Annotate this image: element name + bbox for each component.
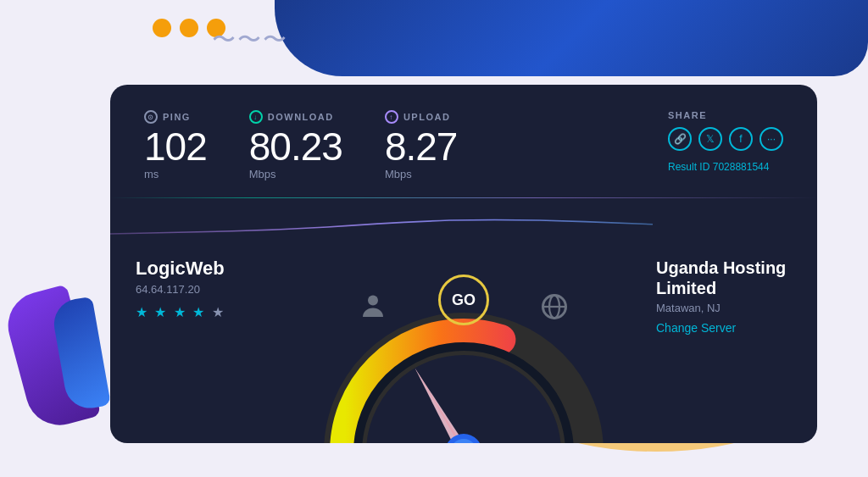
host-location: Matawan, NJ (656, 302, 792, 314)
download-icon: ↓ (249, 110, 263, 124)
ping-value: 102 (144, 127, 207, 166)
share-icons-row: 🔗 𝕏 f ··· (668, 127, 783, 151)
download-unit: Mbps (249, 168, 342, 180)
dot-2 (180, 19, 198, 37)
download-label: ↓ DOWNLOAD (249, 110, 342, 124)
share-more-button[interactable]: ··· (760, 127, 783, 151)
speedtest-card: ⊙ PING 102 ms ↓ DOWNLOAD 80.23 Mbps ↑ UP… (110, 85, 817, 443)
share-label: SHARE (668, 110, 783, 120)
host-name: Uganda Hosting Limited (656, 258, 792, 298)
gauge-container: GO (294, 249, 633, 443)
bottom-section: LogicWeb 64.64.117.20 ★ ★ ★ ★ ★ (110, 241, 817, 443)
upload-label: ↑ UPLOAD (385, 110, 458, 124)
person-icon (358, 291, 388, 322)
upload-stat: ↑ UPLOAD 8.27 Mbps (385, 110, 458, 180)
speed-chart (110, 198, 817, 241)
dot-1 (153, 19, 171, 37)
chart-svg (110, 207, 653, 241)
download-stat: ↓ DOWNLOAD 80.23 Mbps (249, 110, 342, 180)
star-1: ★ (136, 305, 149, 319)
squiggle-decoration: 〜〜〜 (212, 24, 288, 56)
upload-unit: Mbps (385, 168, 458, 180)
globe-icon (539, 291, 570, 322)
upload-value: 8.27 (385, 127, 458, 166)
stats-row: ⊙ PING 102 ms ↓ DOWNLOAD 80.23 Mbps ↑ UP… (144, 110, 783, 180)
ping-icon: ⊙ (144, 110, 158, 124)
svg-marker-14 (410, 365, 472, 443)
star-rating: ★ ★ ★ ★ ★ (136, 304, 271, 320)
star-half: ★ (212, 305, 225, 319)
ping-stat: ⊙ PING 102 ms (144, 110, 207, 180)
server-info-right: Uganda Hosting Limited Matawan, NJ Chang… (631, 241, 817, 352)
download-value: 80.23 (249, 127, 342, 166)
go-button[interactable]: GO (438, 275, 489, 325)
result-id-value: 7028881544 (713, 161, 770, 173)
change-server-button[interactable]: Change Server (656, 321, 792, 335)
upload-icon: ↑ (385, 110, 398, 124)
blue-brush-decoration (275, 0, 868, 76)
share-link-button[interactable]: 🔗 (668, 127, 692, 151)
server-ip: 64.64.117.20 (136, 283, 271, 296)
star-4: ★ (192, 305, 206, 319)
server-info-left: LogicWeb 64.64.117.20 ★ ★ ★ ★ ★ (110, 241, 297, 337)
ping-unit: ms (144, 168, 207, 180)
share-block: SHARE 🔗 𝕏 f ··· Result ID 7028881544 (668, 110, 783, 173)
ping-label: ⊙ PING (144, 110, 207, 124)
svg-point-0 (368, 296, 378, 306)
star-2: ★ (154, 305, 168, 319)
share-facebook-button[interactable]: f (729, 127, 753, 151)
result-id: Result ID 7028881544 (668, 161, 783, 173)
server-name: LogicWeb (136, 258, 271, 280)
star-3: ★ (174, 305, 187, 319)
share-twitter-button[interactable]: 𝕏 (698, 127, 722, 151)
